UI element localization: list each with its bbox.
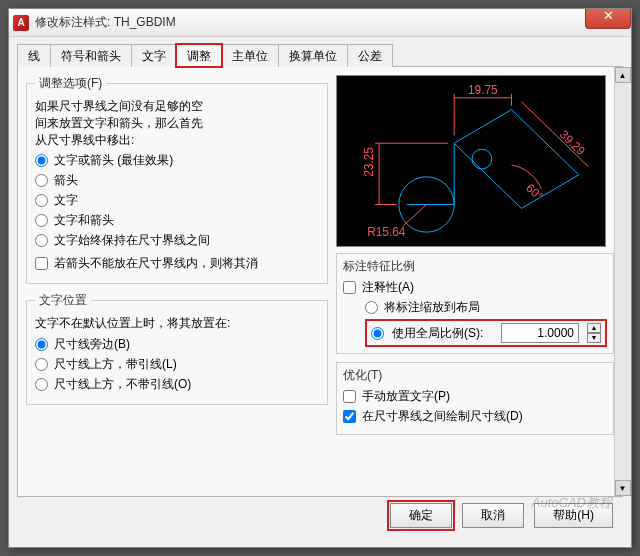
dim-label: 23.25 [362,147,376,177]
close-button[interactable]: ✕ [585,8,631,29]
tune-draw-dimline-check[interactable]: 在尺寸界线之间绘制尺寸线(D) [343,408,607,425]
fit-opt-arrows[interactable]: 箭头 [35,172,319,189]
tab-symbols-arrows[interactable]: 符号和箭头 [50,44,132,67]
text-placement-group: 文字位置 文字不在默认位置上时，将其放置在: 尺寸线旁边(B) 尺寸线上方，带引… [26,292,328,405]
dim-label: R15.64 [367,225,406,239]
tab-alternate-units[interactable]: 换算单位 [278,44,348,67]
textpos-over-leader[interactable]: 尺寸线上方，带引线(L) [35,356,319,373]
titlebar: A 修改标注样式: TH_GBDIM ✕ [9,9,631,37]
textpos-beside[interactable]: 尺寸线旁边(B) [35,336,319,353]
fit-opt-either[interactable]: 文字或箭头 (最佳效果) [35,152,319,169]
tab-fit[interactable]: 调整 [176,44,222,67]
dimension-preview: 19.75 23.25 39.29 60° R15.64 [336,75,606,247]
scale-global-label: 使用全局比例(S): [392,325,483,342]
scroll-up[interactable]: ▲ [615,67,631,83]
tab-tolerances[interactable]: 公差 [347,44,393,67]
tune-manual-place-check[interactable]: 手动放置文字(P) [343,388,607,405]
tabs: 线 符号和箭头 文字 调整 主单位 换算单位 公差 [17,43,623,67]
tune-legend: 优化(T) [343,367,607,384]
tab-text[interactable]: 文字 [131,44,177,67]
fit-desc: 如果尺寸界线之间没有足够的空 间来放置文字和箭头，那么首先 从尺寸界线中移出: [35,98,319,148]
fit-options-legend: 调整选项(F) [35,75,106,92]
fit-suppress-arrows-check[interactable]: 若箭头不能放在尺寸界线内，则将其消 [35,255,319,272]
dim-label: 19.75 [468,83,498,97]
ok-button[interactable]: 确定 [390,503,452,528]
scrollbar[interactable]: ▲ ▼ [614,67,630,496]
app-icon: A [13,15,29,31]
tab-primary-units[interactable]: 主单位 [221,44,279,67]
cancel-button[interactable]: 取消 [462,503,524,528]
fit-opt-always-inside[interactable]: 文字始终保持在尺寸界线之间 [35,232,319,249]
scroll-down[interactable]: ▼ [615,480,631,496]
tab-lines[interactable]: 线 [17,44,51,67]
fit-options-group: 调整选项(F) 如果尺寸界线之间没有足够的空 间来放置文字和箭头，那么首先 从尺… [26,75,328,284]
scale-global-radio[interactable] [371,327,384,340]
scale-group: 标注特征比例 注释性(A) 将标注缩放到布局 使用全局比例(S): ▲ ▼ [336,253,614,354]
tune-group: 优化(T) 手动放置文字(P) 在尺寸界线之间绘制尺寸线(D) [336,362,614,435]
text-placement-desc: 文字不在默认位置上时，将其放置在: [35,315,319,332]
fit-opt-text[interactable]: 文字 [35,192,319,209]
spin-up[interactable]: ▲ [587,323,601,333]
scale-annotative-check[interactable]: 注释性(A) [343,279,607,296]
scale-global-input[interactable] [501,323,579,343]
scale-to-layout-radio[interactable]: 将标注缩放到布局 [365,299,607,316]
fit-opt-both[interactable]: 文字和箭头 [35,212,319,229]
window-title: 修改标注样式: TH_GBDIM [35,14,176,31]
scale-global-row: 使用全局比例(S): ▲ ▼ [365,319,607,347]
text-placement-legend: 文字位置 [35,292,91,309]
spin-down[interactable]: ▼ [587,333,601,343]
textpos-over-noleader[interactable]: 尺寸线上方，不带引线(O) [35,376,319,393]
scale-legend: 标注特征比例 [343,258,607,275]
help-button[interactable]: 帮助(H) [534,503,613,528]
